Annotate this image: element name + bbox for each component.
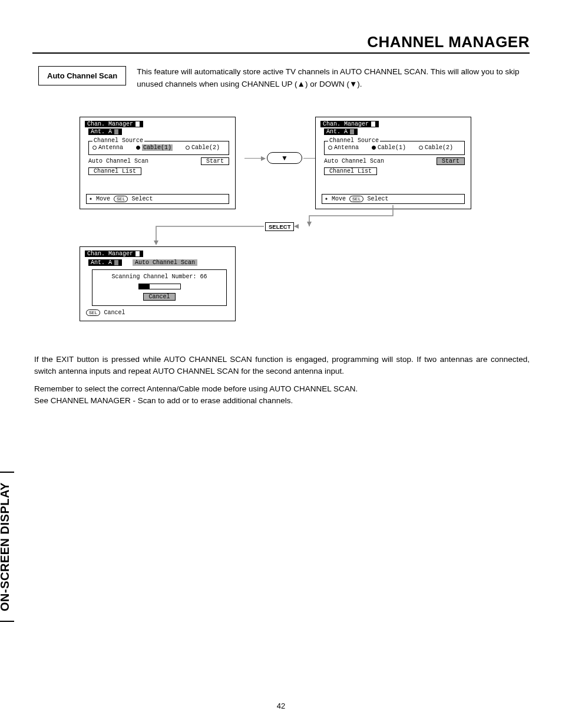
auto-channel-scan-text-2: Auto Channel Scan bbox=[324, 158, 431, 164]
page-number: 42 bbox=[0, 701, 562, 710]
cancel-foot-label: Cancel bbox=[104, 309, 125, 316]
move-icon-2: ✦ bbox=[325, 195, 328, 202]
radio-cable2-2[interactable]: Cable(2) bbox=[419, 144, 453, 151]
select-step-label: SELECT bbox=[265, 222, 294, 231]
svg-marker-0 bbox=[307, 222, 312, 226]
down-oval: ▼ bbox=[267, 152, 302, 164]
osd-title-2: Chan. Manager bbox=[320, 121, 379, 127]
move-icon: ✦ bbox=[89, 195, 92, 202]
intro-block: Auto Channel Scan This feature will auto… bbox=[38, 66, 530, 91]
osd-ant-3: Ant. A bbox=[88, 259, 122, 266]
page-title: CHANNEL MANAGER bbox=[32, 33, 530, 54]
auto-channel-scan-text: Auto Channel Scan bbox=[88, 158, 195, 164]
side-tab-on-screen-display: ON-SCREEN DISPLAY bbox=[0, 472, 14, 622]
radio-antenna[interactable]: Antenna bbox=[92, 144, 123, 151]
radio-cable1[interactable]: Cable(1) bbox=[136, 144, 173, 151]
scanning-channel-text: Scanning Channel Number: 66 bbox=[111, 274, 207, 280]
osd-title: Chan. Manager bbox=[85, 121, 143, 127]
channel-source-group-2: Channel Source Antenna Cable(1) Cable(2) bbox=[324, 141, 465, 155]
channel-source-group: Channel Source Antenna Cable(1) Cable(2) bbox=[88, 141, 229, 155]
osd-ant-2: Ant. A bbox=[324, 129, 358, 135]
channel-list-button[interactable]: Channel List bbox=[88, 167, 141, 175]
move-label: Move bbox=[96, 196, 110, 202]
select-pill: SEL bbox=[114, 196, 128, 202]
osd-panel-1: Chan. Manager Ant. A Channel Source Ante… bbox=[80, 117, 236, 209]
svg-marker-1 bbox=[154, 241, 158, 245]
scan-progress-box: Scanning Channel Number: 66 Cancel bbox=[92, 269, 227, 306]
start-button[interactable]: Start bbox=[201, 157, 229, 165]
channel-list-button-2[interactable]: Channel List bbox=[324, 167, 377, 175]
svg-marker-2 bbox=[294, 224, 299, 229]
osd-ant: Ant. A bbox=[88, 129, 122, 135]
auto-scan-highlight: Auto Channel Scan bbox=[133, 259, 197, 266]
select-label-2: Select bbox=[367, 196, 388, 202]
radio-cable1-2[interactable]: Cable(1) bbox=[372, 144, 406, 151]
osd-panel-2: Chan. Manager Ant. A Channel Source Ante… bbox=[315, 117, 471, 209]
osd-title-3: Chan. Manager bbox=[85, 251, 143, 257]
osd-footer-2: ✦ Move SEL Select bbox=[322, 194, 465, 204]
osd-footer: ✦ Move SEL Select bbox=[86, 194, 229, 204]
osd-panel-3-scanning: Chan. Manager Ant. A Auto Channel Scan S… bbox=[80, 246, 236, 321]
paragraph-3: See CHANNEL MANAGER - Scan to add or to … bbox=[34, 395, 530, 407]
select-pill-2: SEL bbox=[349, 196, 363, 202]
paragraph-1: If the EXIT button is pressed while AUTO… bbox=[34, 354, 530, 378]
arrow-right-1 bbox=[244, 158, 265, 159]
cancel-pill: SEL bbox=[86, 309, 100, 316]
start-button-highlighted[interactable]: Start bbox=[437, 157, 465, 165]
move-label-2: Move bbox=[332, 196, 346, 202]
progress-bar bbox=[138, 284, 181, 289]
radio-cable2[interactable]: Cable(2) bbox=[186, 144, 220, 151]
paragraph-2: Remember to select the correct Antenna/C… bbox=[34, 383, 530, 395]
osd-footer-3: SEL Cancel bbox=[86, 309, 229, 316]
auto-channel-scan-label: Auto Channel Scan bbox=[38, 66, 126, 85]
intro-text: This feature will automatically store ac… bbox=[137, 66, 530, 91]
down-triangle-icon: ▼ bbox=[281, 154, 288, 162]
channel-source-legend-2: Channel Source bbox=[328, 137, 380, 144]
cancel-button[interactable]: Cancel bbox=[143, 293, 175, 301]
select-label: Select bbox=[131, 196, 153, 202]
channel-source-legend: Channel Source bbox=[92, 137, 144, 144]
radio-antenna-2[interactable]: Antenna bbox=[328, 144, 359, 151]
diagram-area: Chan. Manager Ant. A Channel Source Ante… bbox=[32, 111, 530, 341]
